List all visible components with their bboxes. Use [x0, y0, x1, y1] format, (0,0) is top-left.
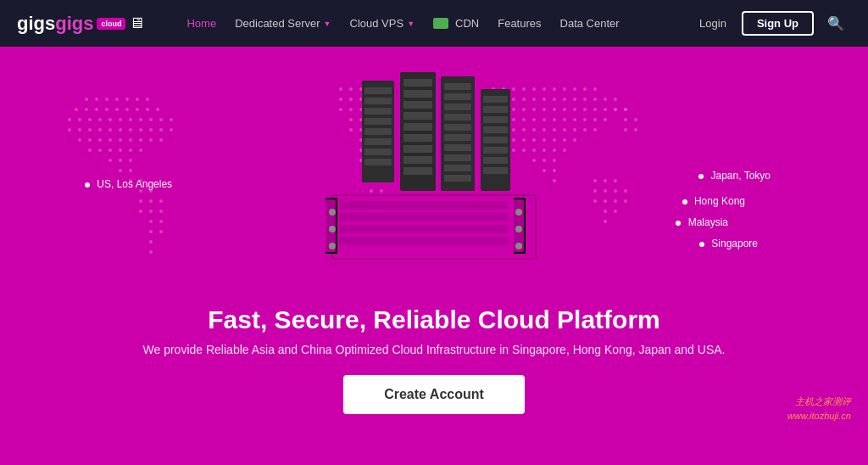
nav-cdn[interactable]: CDN	[425, 12, 487, 35]
svg-rect-8	[85, 108, 88, 111]
svg-rect-72	[149, 240, 153, 244]
svg-rect-23	[139, 118, 142, 121]
svg-rect-28	[78, 128, 81, 132]
signup-button[interactable]: Sign Up	[742, 11, 814, 36]
svg-rect-31	[108, 128, 112, 132]
svg-rect-6	[146, 98, 149, 101]
svg-rect-254	[444, 124, 471, 131]
svg-rect-15	[156, 108, 159, 111]
svg-rect-63	[149, 199, 153, 203]
svg-rect-250	[444, 83, 471, 90]
svg-point-283	[329, 243, 336, 249]
location-us-la: US, Los Angeles	[85, 178, 172, 190]
svg-rect-265	[483, 137, 508, 143]
svg-rect-262	[483, 106, 508, 113]
svg-rect-11	[115, 108, 119, 111]
watermark: 主机之家测评 www.itozhuji.cn	[787, 395, 851, 423]
logo[interactable]: gigsgigs cloud 🖥	[17, 13, 144, 35]
svg-rect-18	[88, 118, 92, 121]
hero-subtitle: We provide Reliable Asia and China Optim…	[0, 343, 868, 356]
svg-rect-62	[139, 199, 142, 203]
svg-rect-264	[483, 126, 508, 133]
svg-rect-73	[149, 250, 153, 254]
create-account-button[interactable]: Create Account	[343, 375, 525, 414]
svg-rect-235	[364, 128, 392, 135]
location-hk: Hong Kong	[682, 195, 745, 207]
nav-home[interactable]: Home	[178, 12, 225, 35]
svg-rect-65	[139, 210, 142, 213]
svg-point-282	[329, 226, 336, 232]
svg-rect-43	[129, 138, 132, 142]
logo-badge: cloud	[97, 18, 125, 30]
nav-actions: Login Sign Up 🔍	[691, 11, 851, 36]
svg-rect-17	[78, 118, 81, 121]
nav-features[interactable]: Features	[489, 12, 549, 35]
svg-rect-45	[149, 138, 153, 142]
svg-rect-46	[159, 138, 163, 142]
svg-rect-232	[364, 98, 392, 104]
svg-rect-14	[146, 108, 149, 111]
svg-rect-263	[483, 116, 508, 123]
svg-rect-32	[119, 128, 122, 132]
svg-rect-273	[339, 237, 509, 245]
svg-rect-253	[444, 114, 471, 120]
svg-rect-237	[364, 148, 392, 155]
svg-rect-70	[149, 230, 153, 233]
svg-rect-56	[119, 169, 122, 172]
svg-rect-48	[98, 148, 102, 152]
svg-rect-34	[139, 128, 142, 132]
svg-point-280	[515, 243, 522, 249]
hero-section: .dot { fill: rgba(255,255,255,0.7); }	[0, 47, 868, 465]
svg-rect-40	[98, 138, 102, 142]
svg-rect-271	[339, 213, 509, 221]
svg-rect-42	[119, 138, 122, 142]
svg-rect-236	[364, 138, 392, 145]
svg-rect-27	[68, 128, 71, 132]
svg-rect-22	[129, 118, 132, 121]
svg-rect-69	[159, 220, 163, 223]
svg-point-279	[515, 226, 522, 232]
svg-rect-231	[364, 87, 392, 94]
svg-rect-39	[88, 138, 92, 142]
svg-rect-242	[403, 101, 432, 109]
login-button[interactable]: Login	[691, 12, 735, 35]
svg-rect-238	[364, 159, 392, 165]
svg-rect-246	[403, 145, 432, 153]
svg-rect-252	[444, 104, 471, 110]
svg-rect-38	[78, 138, 81, 142]
svg-rect-244	[403, 123, 432, 131]
svg-rect-247	[403, 156, 432, 164]
svg-rect-270	[339, 201, 509, 210]
svg-rect-54	[119, 159, 122, 162]
nav-data-center[interactable]: Data Center	[552, 12, 628, 35]
svg-rect-37	[170, 128, 173, 132]
navbar: gigsgigs cloud 🖥 Home Dedicated Server ▼…	[0, 0, 868, 47]
svg-rect-68	[149, 220, 153, 223]
logo-server-icon: 🖥	[129, 14, 144, 32]
svg-rect-255	[444, 134, 471, 141]
logo-text2: gigs	[55, 13, 93, 34]
cdn-icon	[433, 18, 448, 29]
svg-rect-20	[108, 118, 112, 121]
svg-rect-245	[403, 134, 432, 142]
svg-rect-49	[108, 148, 112, 152]
svg-rect-19	[98, 118, 102, 121]
svg-rect-4	[125, 98, 129, 101]
svg-rect-258	[444, 165, 471, 171]
search-icon[interactable]: 🔍	[821, 12, 851, 35]
svg-rect-21	[119, 118, 122, 121]
svg-rect-71	[159, 230, 163, 233]
svg-rect-13	[136, 108, 139, 111]
chevron-down-icon: ▼	[324, 20, 331, 28]
svg-rect-251	[444, 93, 471, 100]
svg-rect-12	[125, 108, 129, 111]
svg-point-278	[515, 209, 522, 216]
svg-rect-241	[403, 90, 432, 98]
svg-point-281	[329, 209, 336, 216]
svg-rect-66	[149, 210, 153, 213]
svg-rect-55	[129, 159, 132, 162]
nav-links: Home Dedicated Server ▼ Cloud VPS ▼ CDN …	[178, 12, 691, 35]
nav-dedicated-server[interactable]: Dedicated Server ▼	[226, 12, 339, 35]
nav-cloud-vps[interactable]: Cloud VPS ▼	[342, 12, 424, 35]
svg-rect-30	[98, 128, 102, 132]
